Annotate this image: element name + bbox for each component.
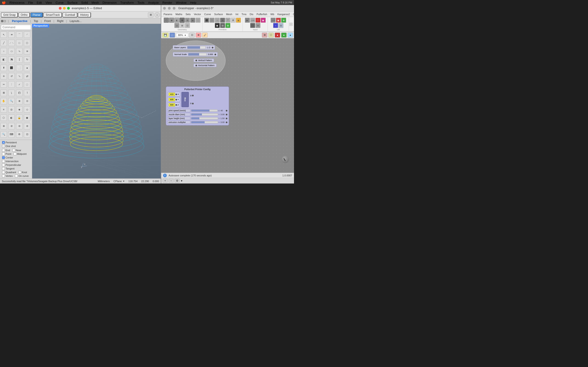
gh-prim-9[interactable]: ⊟ [220, 23, 225, 28]
mirror-tool[interactable]: ⇄ [24, 73, 30, 79]
pan-tool[interactable]: ✋ [0, 98, 7, 104]
osnap-near[interactable]: Near [12, 149, 22, 152]
viewport-single-icon[interactable]: □ [4, 19, 6, 23]
osnap-oneshot-check[interactable]: ○ [2, 145, 5, 148]
osnap-end[interactable]: End [2, 149, 10, 152]
toolbar-planar[interactable]: Planar [30, 12, 43, 17]
gh-prim-8[interactable]: ◉ [215, 23, 220, 28]
split-tool[interactable]: ⋮ [8, 81, 15, 88]
rhino-cplane-dropdown-icon[interactable]: ▼ [123, 180, 125, 182]
gh-base-layers-node[interactable]: Base Layers ◇ 2 [173, 45, 215, 50]
patch-tool[interactable]: ⬔ [8, 56, 15, 63]
script-tool[interactable]: ⌨ [8, 131, 15, 138]
menu-window[interactable]: Window [174, 0, 188, 5]
gh-settings-btn[interactable]: □ [170, 33, 175, 38]
revolve-tool[interactable]: ↻ [24, 56, 30, 63]
surface-tool[interactable]: ◧ [0, 56, 7, 63]
circle-tool[interactable]: ○ [0, 48, 7, 54]
gh-input-6[interactable]: ⊕ [255, 23, 260, 28]
gh-potterbot-z-input[interactable]: 500 [169, 103, 175, 106]
menu-view[interactable]: View [44, 0, 54, 5]
gh-menu-int[interactable]: Int [234, 12, 240, 16]
gh-menu-pufferfish[interactable]: Pufferfish [255, 12, 268, 16]
gh-extra-btn2[interactable]: ⬡ [268, 33, 274, 38]
gh-input-1[interactable]: ▶ [245, 18, 250, 23]
gh-prim-6[interactable]: A [231, 18, 236, 23]
osnap-center-check[interactable]: ✓ [2, 156, 5, 159]
mesh-repair-tool[interactable]: ⊘ [8, 123, 15, 129]
gh-canvas[interactable]: Base Layers ◇ 2 Normal Scale 3.000 Ver [161, 38, 294, 173]
menu-surface[interactable]: Surface [65, 0, 79, 5]
gh-menu-trns[interactable]: Trns [240, 12, 248, 16]
move-tool[interactable]: ✛ [0, 73, 7, 79]
osnap-persistent-check[interactable]: ● [2, 141, 5, 144]
line-tool[interactable]: ╱ [0, 40, 7, 46]
minimize-button[interactable] [63, 7, 66, 10]
material-tool[interactable]: ◇ [24, 106, 30, 113]
menu-dimension[interactable]: Dimension [101, 0, 118, 5]
gh-icon-1[interactable]: ⬡ [164, 18, 169, 23]
box-tool[interactable]: ⬛ [8, 65, 15, 71]
rhino-window-controls[interactable] [59, 7, 70, 10]
osnap-end-check[interactable] [2, 149, 5, 152]
gh-menu-kangaroo2[interactable]: Kangaroo2 [276, 12, 291, 16]
gh-normal-scale-node[interactable]: Normal Scale 3.000 [173, 52, 218, 57]
osnap-quadrant[interactable]: Quadrant [2, 171, 16, 174]
gh-base-layers-slider[interactable] [187, 46, 206, 49]
osnap-tangent-check[interactable] [2, 167, 5, 170]
array-tool[interactable]: ⊞ [0, 90, 7, 96]
gh-minimize-button[interactable] [168, 7, 171, 10]
toolbar-ortho[interactable]: Ortho [18, 12, 30, 17]
menu-file[interactable]: File [26, 0, 35, 5]
curve-tool[interactable]: ⌒ [16, 31, 23, 38]
gh-icon-9[interactable]: ⊠ [180, 23, 185, 28]
gh-layerheight-slider[interactable] [191, 117, 218, 119]
osnap-persistent[interactable]: ● Persistent [2, 141, 17, 144]
gh-potterbot-y-param[interactable]: 605 Y [167, 97, 180, 102]
extra2-tool[interactable]: ⊡ [24, 131, 30, 138]
osnap-vertex-check[interactable] [2, 175, 5, 177]
menu-help[interactable]: Help [188, 0, 198, 5]
osnap-quadrant-check[interactable] [2, 171, 5, 174]
toolbar-gumball[interactable]: Gumball [62, 12, 78, 17]
gh-menu-mesh[interactable]: Mesh [225, 12, 233, 16]
gh-maximize-button[interactable] [173, 7, 175, 10]
toolbar-grid-snap[interactable]: Grid Snap [1, 12, 18, 17]
gh-add-btn[interactable]: + [163, 179, 168, 183]
osnap-point[interactable]: Point [2, 152, 11, 156]
gh-remove-btn[interactable]: − [169, 179, 174, 183]
osnap-oncurve[interactable]: On curve [15, 174, 29, 177]
uv-tool[interactable]: ⊗ [0, 123, 7, 129]
gh-extra-btn4[interactable]: ● [281, 33, 287, 38]
gh-input-2[interactable]: ⟶ [250, 18, 255, 23]
viewport-tab-perspective[interactable]: Perspective [10, 19, 29, 23]
gh-save-btn[interactable]: 💾 [162, 33, 169, 38]
gh-prim-5[interactable]: 7 [225, 18, 230, 23]
orbit-tool[interactable]: ⊕ [16, 98, 23, 104]
point-tool[interactable]: ·✦ [8, 31, 15, 38]
polyline-tool[interactable]: ⟋⟍ [8, 40, 15, 46]
menu-solid[interactable]: Solid [79, 0, 90, 5]
gh-util-1[interactable]: ⟶ [271, 18, 276, 23]
menu-render[interactable]: Render [161, 0, 174, 5]
gh-potterbot-y-input[interactable]: 605 [169, 98, 175, 101]
layer-tool[interactable]: ≡ [0, 106, 7, 113]
magnify-tool[interactable]: ⊙ [24, 98, 30, 104]
gh-icon-6[interactable]: ◈ [190, 18, 195, 23]
gh-icon-2[interactable]: ◉ [169, 18, 174, 23]
gh-extra-btn5[interactable]: ● [288, 33, 293, 38]
gh-zoom-display[interactable]: 88% ▼ [176, 33, 188, 37]
maximize-button[interactable] [67, 7, 70, 10]
gh-settings-btn2[interactable]: ⚙ [174, 179, 180, 183]
gh-horizontal-pattern-node[interactable]: Horizontal Pattern [193, 64, 216, 67]
osnap-point-check[interactable] [2, 152, 5, 155]
osnap-tangent[interactable]: Tangent [2, 167, 15, 170]
osnap-mid-check[interactable] [14, 152, 16, 155]
zoom-tool[interactable]: 🔍 [8, 98, 15, 104]
gh-menu-curve[interactable]: Curve [203, 12, 212, 16]
fillet-tool[interactable]: ◌ [24, 81, 30, 88]
menu-rhinoceros[interactable]: Rhinoceros [8, 0, 26, 5]
gh-input-4[interactable]: ◉ [261, 18, 266, 23]
viewport-circle-btn[interactable]: ○ [154, 12, 160, 17]
gh-potterbot-box[interactable]: Box [182, 92, 189, 107]
